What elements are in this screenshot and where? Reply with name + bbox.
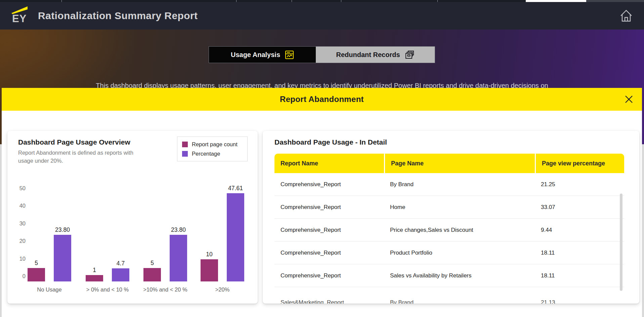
tab-redundant-records-label: Redundant Records [336, 51, 400, 59]
bar-value-label: 47.61 [228, 185, 243, 192]
rationalization-summary-app: EY Rationalization Summary Report Usage … [0, 0, 644, 317]
banner-title: Report Abandonment [280, 95, 364, 104]
bar-chart: 50403020100523.80No Usage14.7> 0% and < … [7, 131, 258, 304]
x-axis-category-label: No Usage [37, 286, 61, 293]
table-row[interactable]: Comprehensive_ReportSales vs Availabilit… [274, 264, 624, 287]
table-row[interactable]: Comprehensive_ReportHome33.07 [274, 196, 624, 219]
column-header[interactable]: Page Name [384, 154, 535, 173]
bar-value-label: 23.80 [171, 226, 186, 233]
table-cell: 33.07 [535, 204, 624, 211]
y-axis-tick-label: 10 [13, 256, 26, 262]
table-cell: 21.25 [535, 181, 624, 188]
table-scrollbar-thumb[interactable] [620, 194, 622, 291]
bar-with-label: 23.80 [54, 226, 71, 281]
bar-report-page-count[interactable] [201, 259, 218, 281]
table-cell: Comprehensive_Report [274, 227, 384, 233]
bar-percentage[interactable] [227, 193, 244, 281]
ey-logo: EY [10, 6, 30, 26]
bar-value-label: 10 [206, 251, 212, 258]
y-axis-tick-label: 20 [13, 238, 26, 244]
usage-table: Report NamePage NamePage view percentage… [274, 154, 624, 304]
bar-value-label: 23.80 [55, 226, 70, 233]
column-header[interactable]: Report Name [274, 154, 384, 173]
page-title: Rationalization Summary Report [38, 10, 198, 21]
bar-value-label: 5 [35, 260, 38, 267]
app-header: EY Rationalization Summary Report [0, 2, 644, 30]
table-cell: Comprehensive_Report [274, 204, 384, 211]
bar-report-page-count[interactable] [86, 275, 103, 281]
table-title: Dashboard Page Usage - In Detail [274, 138, 387, 146]
x-axis-category-label: >20% [215, 286, 230, 293]
tab-usage-analysis-label: Usage Analysis [231, 51, 280, 59]
table-cell: Product Portfolio [384, 250, 535, 256]
x-axis-category-label: > 0% and < 10 % [86, 286, 129, 293]
bar-with-label: 4.7 [112, 260, 129, 281]
bar-with-label: 5 [143, 260, 161, 281]
y-axis-tick-label: 50 [13, 185, 26, 192]
bar-percentage[interactable] [54, 235, 71, 281]
table-cell: Home [384, 204, 535, 211]
y-axis-tick-label: 30 [13, 220, 26, 227]
table-header-row: Report NamePage NamePage view percentage [274, 154, 624, 173]
table-cell: Comprehensive_Report [274, 181, 384, 188]
table-cell: Price changes,Sales vs Discount [384, 227, 535, 233]
bar-report-page-count[interactable] [143, 268, 161, 281]
bar-value-label: 5 [151, 260, 154, 267]
table-body: Comprehensive_ReportBy Brand21.25Compreh… [274, 173, 624, 304]
home-icon [618, 8, 634, 23]
bar-percentage[interactable] [112, 268, 129, 281]
close-icon [624, 94, 634, 104]
table-cell: 18.11 [535, 272, 624, 279]
view-tab-group: Usage Analysis Redundant Records [209, 46, 435, 63]
tab-usage-analysis[interactable]: Usage Analysis [209, 47, 316, 63]
close-button[interactable] [623, 94, 635, 105]
table-cell: 21.13 [535, 287, 624, 304]
bar-value-label: 4.7 [117, 260, 125, 267]
bar-with-label: 47.61 [227, 185, 244, 281]
modal-body: Dashboard Page Usage Overview Report Aba… [2, 111, 642, 317]
bar-value-label: 1 [93, 267, 96, 274]
bar-with-label: 23.80 [170, 226, 187, 281]
tab-redundant-records[interactable]: Redundant Records [316, 47, 435, 63]
line-chart-report-icon [285, 50, 294, 59]
table-row[interactable]: Comprehensive_ReportPrice changes,Sales … [274, 219, 624, 242]
table-cell: By Brand [384, 287, 535, 304]
column-header[interactable]: Page view percentage [535, 154, 624, 173]
table-cell: 9.44 [535, 227, 624, 233]
table-cell: Sales&Marketing_Report [274, 287, 384, 304]
bar-with-label: 5 [28, 260, 45, 281]
table-cell: By Brand [384, 181, 535, 188]
table-card: Dashboard Page Usage - In Detail Report … [263, 131, 639, 304]
table-cell: Comprehensive_Report [274, 272, 384, 279]
bar-group: 523.80No Usage [28, 226, 71, 281]
report-abandonment-banner: Report Abandonment [2, 88, 642, 111]
bar-report-page-count[interactable] [28, 268, 45, 281]
bar-percentage[interactable] [170, 235, 187, 281]
table-row-partial: Sales&Marketing_ReportBy Brand21.13 [274, 287, 624, 304]
home-button[interactable] [618, 8, 634, 23]
bar-group: 1047.61>20% [201, 185, 244, 281]
y-axis-tick-label: 0 [13, 273, 26, 279]
bar-group: 14.7> 0% and < 10 % [86, 260, 129, 281]
chart-card: Dashboard Page Usage Overview Report Aba… [7, 131, 258, 304]
table-row[interactable]: Comprehensive_ReportBy Brand21.25 [274, 173, 624, 196]
bar-with-label: 10 [201, 251, 218, 281]
table-cell: Sales vs Availability by Retailers [384, 272, 535, 279]
table-cell: Comprehensive_Report [274, 250, 384, 256]
ey-logo-text: EY [12, 13, 27, 25]
x-axis-category-label: >10% and < 20 % [143, 286, 187, 293]
bar-group: 523.80>10% and < 20 % [143, 226, 187, 281]
y-axis-tick-label: 40 [13, 203, 26, 209]
bar-with-label: 1 [86, 267, 103, 281]
stacked-records-icon [405, 50, 415, 59]
table-cell: 18.11 [535, 250, 624, 256]
table-row[interactable]: Comprehensive_ReportProduct Portfolio18.… [274, 242, 624, 264]
